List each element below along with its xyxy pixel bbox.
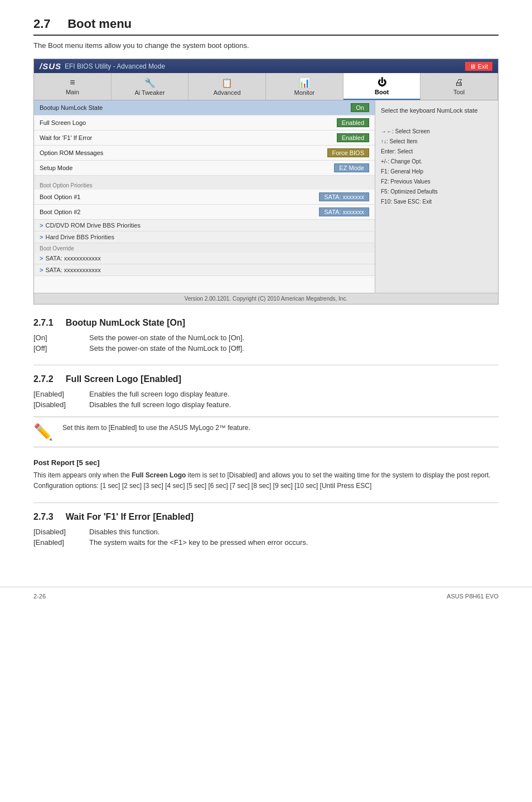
menu-sub-cddvd[interactable]: > CD/DVD ROM Drive BBS Priorities	[34, 220, 375, 231]
nav-ai-tweaker[interactable]: 🔧 Ai Tweaker	[112, 73, 189, 100]
menu-item-wait-f1[interactable]: Wait for 'F1' If Error Enabled	[34, 131, 375, 146]
subsection-273-title: 2.7.3 Wait For 'F1' If Error [Enabled]	[33, 512, 499, 522]
pencil-icon: ✏️	[33, 423, 56, 441]
option-disabled-label: [Disabled]	[33, 399, 89, 410]
nav-boot[interactable]: ⏻ Boot	[344, 73, 421, 100]
boot-override-label: Boot Override	[34, 243, 375, 253]
subsection-271-number: 2.7.1	[33, 318, 54, 327]
key-general-help: F1: General Help	[381, 167, 492, 177]
nav-ai-tweaker-label: Ai Tweaker	[134, 89, 165, 96]
menu-sub-sata1[interactable]: > SATA: xxxxxxxxxxxx	[34, 253, 375, 264]
nav-main-label: Main	[66, 89, 79, 95]
key-select-screen: →←: Select Screen	[381, 127, 492, 137]
nav-main[interactable]: ≡ Main	[34, 73, 112, 100]
menu-item-numlock-label: Bootup NumLock State	[40, 104, 351, 111]
menu-item-option-rom-value: Force BIOS	[327, 148, 369, 157]
subsection-272-options: [Enabled] Enables the full screen logo d…	[33, 389, 499, 410]
option-disabled: [Disabled] Disables the full screen logo…	[33, 399, 499, 410]
bios-help-text: Select the keyboard NumLock state	[381, 106, 492, 115]
nav-boot-label: Boot	[375, 89, 389, 95]
option-273-disabled-desc: Disables this function.	[89, 526, 499, 537]
key-enter: Enter: Select	[381, 147, 492, 157]
section-number: 2.7	[33, 17, 51, 31]
nav-tool-label: Tool	[453, 89, 465, 95]
boot-icon: ⏻	[346, 78, 418, 88]
bios-version-text: Version 2.00.1201. Copyright (C) 2010 Am…	[34, 293, 498, 304]
note-text: Set this item to [Enabled] to use the AS…	[62, 423, 250, 433]
bios-titlebar: /SUS EFI BIOS Utility - Advanced Mode 🖥 …	[34, 59, 498, 73]
footer-product-name: ASUS P8H61 EVO	[447, 593, 499, 600]
menu-item-boot-opt1-label: Boot Option #1	[40, 194, 319, 200]
menu-item-setup-mode-value: EZ Mode	[334, 163, 369, 172]
arrow-icon-2: >	[40, 234, 43, 240]
subsection-271-title: 2.7.1 Bootup NumLock State [On]	[33, 318, 499, 328]
option-273-disabled-label: [Disabled]	[33, 526, 89, 537]
menu-item-wait-f1-value: Enabled	[337, 133, 369, 142]
menu-item-option-rom[interactable]: Option ROM Messages Force BIOS	[34, 146, 375, 161]
option-273-disabled: [Disabled] Disables this function.	[33, 526, 499, 537]
bios-exit-button[interactable]: 🖥 Exit	[465, 62, 492, 71]
key-save-exit: F10: Save ESC: Exit	[381, 197, 492, 207]
menu-item-boot-opt2[interactable]: Boot Option #2 SATA: xxxxxxx	[34, 205, 375, 220]
post-report-section: Post Report [5 sec] This item appears on…	[33, 458, 499, 491]
option-on: [On] Sets the power-on state of the NumL…	[33, 332, 499, 343]
menu-item-boot-opt1-value: SATA: xxxxxxx	[319, 192, 369, 201]
arrow-icon-4: >	[40, 267, 43, 273]
bios-titlebar-left: /SUS EFI BIOS Utility - Advanced Mode	[40, 61, 165, 71]
menu-sub-sata1-label: SATA: xxxxxxxxxxxx	[45, 255, 100, 262]
menu-item-fullscreen-label: Full Screen Logo	[40, 119, 337, 126]
post-report-text: This item appears only when the Full Scr…	[33, 470, 499, 491]
subsection-272-number: 2.7.2	[33, 374, 54, 384]
monitor-nav-icon: 📊	[268, 78, 341, 88]
menu-item-fullscreen-value: Enabled	[337, 118, 369, 127]
advanced-icon: 📋	[191, 78, 263, 88]
key-select-item: ↑↓: Select Item	[381, 137, 492, 147]
subsection-272-title: 2.7.2 Full Screen Logo [Enabled]	[33, 374, 499, 384]
option-273-enabled: [Enabled] The system waits for the <F1> …	[33, 537, 499, 548]
menu-item-numlock-value: On	[351, 103, 369, 112]
subsection-271: 2.7.1 Bootup NumLock State [On] [On] Set…	[33, 318, 499, 354]
option-on-label: [On]	[33, 332, 89, 343]
subsection-273-number: 2.7.3	[33, 512, 54, 521]
nav-tool[interactable]: 🖨 Tool	[420, 73, 498, 100]
arrow-icon-3: >	[40, 255, 43, 262]
option-disabled-desc: Disables the full screen logo display fe…	[89, 399, 499, 410]
menu-sub-harddrive[interactable]: > Hard Drive BBS Priorities	[34, 231, 375, 243]
menu-item-fullscreen[interactable]: Full Screen Logo Enabled	[34, 115, 375, 131]
ai-tweaker-icon: 🔧	[114, 78, 186, 88]
monitor-icon: 🖥	[470, 63, 476, 70]
section-description: The Boot menu items allow you to change …	[33, 41, 499, 50]
menu-item-boot-opt1[interactable]: Boot Option #1 SATA: xxxxxxx	[34, 190, 375, 205]
option-off-desc: Sets the power-on state of the NumLock t…	[89, 343, 499, 354]
section-heading: 2.7 Boot menu	[33, 17, 499, 36]
menu-item-numlock[interactable]: Bootup NumLock State On	[34, 100, 375, 115]
subsection-273-heading: Wait For 'F1' If Error [Enabled]	[66, 512, 194, 521]
key-prev-values: F2: Previous Values	[381, 177, 492, 187]
bios-logo: /SUS	[40, 61, 61, 71]
footer-page-number: 2-26	[33, 593, 46, 600]
option-enabled: [Enabled] Enables the full screen logo d…	[33, 389, 499, 399]
option-273-enabled-desc: The system waits for the <F1> key to be …	[89, 537, 499, 548]
note-box: ✏️ Set this item to [Enabled] to use the…	[33, 417, 499, 447]
menu-item-setup-mode-label: Setup Mode	[40, 165, 334, 171]
option-off: [Off] Sets the power-on state of the Num…	[33, 343, 499, 354]
menu-item-setup-mode[interactable]: Setup Mode EZ Mode	[34, 161, 375, 176]
exit-label: Exit	[478, 63, 488, 70]
menu-item-wait-f1-label: Wait for 'F1' If Error	[40, 134, 337, 141]
nav-advanced[interactable]: 📋 Advanced	[188, 73, 266, 100]
menu-item-boot-opt2-value: SATA: xxxxxxx	[319, 207, 369, 216]
option-enabled-desc: Enables the full screen logo display fea…	[89, 389, 499, 399]
boot-option-priorities-label: Boot Option Priorities	[34, 180, 375, 190]
menu-sub-sata2[interactable]: > SATA: xxxxxxxxxxxx	[34, 264, 375, 276]
menu-sub-sata2-label: SATA: xxxxxxxxxxxx	[45, 267, 100, 273]
bios-ui-box: /SUS EFI BIOS Utility - Advanced Mode 🖥 …	[33, 59, 499, 305]
nav-advanced-label: Advanced	[214, 89, 241, 96]
bios-content-area: Bootup NumLock State On Full Screen Logo…	[34, 100, 498, 293]
option-on-desc: Sets the power-on state of the NumLock t…	[89, 332, 499, 343]
option-273-enabled-label: [Enabled]	[33, 537, 89, 548]
nav-monitor[interactable]: 📊 Monitor	[266, 73, 344, 100]
bios-nav: ≡ Main 🔧 Ai Tweaker 📋 Advanced 📊 Monitor…	[34, 73, 498, 100]
subsection-273: 2.7.3 Wait For 'F1' If Error [Enabled] […	[33, 512, 499, 548]
post-report-heading: Post Report [5 sec]	[33, 458, 499, 467]
bios-keys-section: →←: Select Screen ↑↓: Select Item Enter:…	[381, 127, 492, 207]
